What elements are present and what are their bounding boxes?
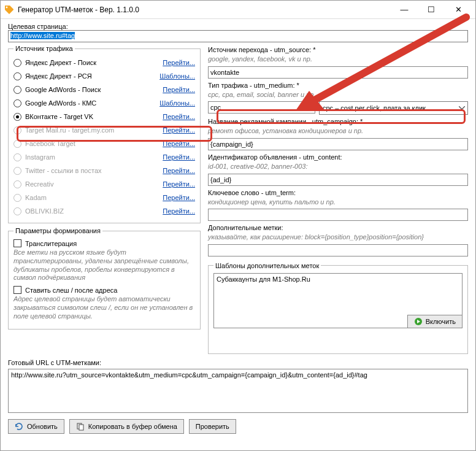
source-radio[interactable] bbox=[13, 86, 21, 94]
source-action-link[interactable]: Шаблоны... bbox=[159, 72, 195, 80]
source-radio[interactable] bbox=[13, 99, 21, 107]
source-label-text: Recreativ bbox=[25, 180, 53, 188]
minimize-button[interactable]: — bbox=[391, 1, 418, 18]
source-option: Recreativ bbox=[13, 180, 163, 188]
source-option: Kadam bbox=[13, 194, 163, 202]
source-label-text: Яндекс Директ - РСЯ bbox=[25, 72, 92, 80]
sources-legend: Источник трафика bbox=[13, 45, 75, 52]
source-option[interactable]: Google AdWords - КМС bbox=[13, 99, 159, 107]
slash-label: Ставить слеш / после адреса bbox=[25, 287, 117, 294]
source-action-link[interactable]: Перейти... bbox=[163, 86, 195, 93]
source-action-link[interactable]: Перейти... bbox=[163, 153, 195, 161]
chevron-down-icon bbox=[459, 106, 465, 110]
target-label: Целевая страница: bbox=[8, 23, 68, 30]
source-action-link[interactable]: Перейти... bbox=[163, 59, 195, 66]
source-action-link[interactable]: Перейти... bbox=[163, 194, 195, 201]
source-radio bbox=[13, 126, 21, 134]
slash-checkbox[interactable] bbox=[13, 286, 21, 294]
source-label-text: Яндекс Директ - Поиск bbox=[25, 59, 96, 66]
result-output[interactable] bbox=[8, 369, 468, 413]
source-radio bbox=[13, 180, 21, 188]
source-option: Target Mail.ru - target.my.com bbox=[13, 126, 163, 134]
source-row: RecreativПерейти... bbox=[13, 177, 195, 191]
copy-icon bbox=[76, 422, 85, 431]
check-button[interactable]: Проверить bbox=[189, 419, 236, 434]
svg-point-0 bbox=[6, 6, 8, 8]
enable-template-button[interactable]: Включить bbox=[407, 315, 463, 328]
maximize-button[interactable]: ☐ bbox=[418, 1, 445, 18]
source-action-link[interactable]: Перейти... bbox=[163, 180, 195, 188]
templates-fieldset: Шаблоны дополнительных меток Субаккаунты… bbox=[208, 262, 468, 354]
target-row: Целевая страница: http://www.site.ru#tag bbox=[8, 23, 468, 42]
source-row: Google AdWords - КМСШаблоны... bbox=[13, 96, 195, 110]
copy-button[interactable]: Копировать в буфер обмена bbox=[69, 419, 184, 434]
target-input[interactable]: http://www.site.ru#tag bbox=[8, 30, 468, 42]
utm-medium-selected: cpc – cost per click, плата за клик bbox=[323, 104, 426, 112]
close-button[interactable]: ✕ bbox=[445, 1, 472, 18]
source-option[interactable]: Google AdWords - Поиск bbox=[13, 86, 163, 94]
utm-medium-label: Тип трафика - utm_medium: * bbox=[208, 82, 468, 89]
source-option[interactable]: Яндекс Директ - РСЯ bbox=[13, 72, 159, 80]
source-label-text: Kadam bbox=[25, 194, 47, 201]
source-label-text: Google AdWords - КМС bbox=[25, 99, 96, 107]
source-action-link[interactable]: Перейти... bbox=[163, 140, 195, 147]
source-action-link[interactable]: Перейти... bbox=[163, 167, 195, 174]
source-row: Facebook TargetПерейти... bbox=[13, 137, 195, 150]
source-action-link[interactable]: Перейти... bbox=[163, 126, 195, 134]
translit-hint: Все метки на русском языке будут трансли… bbox=[13, 249, 195, 282]
source-radio[interactable] bbox=[13, 72, 21, 80]
utm-medium-hint: cpc, cpa, email, social, banner и пр. bbox=[208, 91, 468, 99]
sources-fieldset: Источник трафика Яндекс Директ - ПоискПе… bbox=[8, 45, 201, 223]
source-row: ВКонтакте - Target VKПерейти... bbox=[13, 110, 195, 123]
source-action-link[interactable]: Шаблоны... bbox=[159, 99, 195, 107]
utm-medium-select[interactable]: cpc – cost per click, плата за клик bbox=[319, 101, 468, 115]
source-action-link[interactable]: Перейти... bbox=[163, 207, 195, 215]
source-option: Instagram bbox=[13, 153, 163, 161]
source-row: Яндекс Директ - ПоискПерейти... bbox=[13, 56, 195, 69]
titlebar: Генератор UTM-меток - Вер. 1.1.0.0 — ☐ ✕ bbox=[1, 1, 475, 19]
app-window: Генератор UTM-меток - Вер. 1.1.0.0 — ☐ ✕… bbox=[0, 0, 476, 451]
source-label-text: Facebook Target bbox=[25, 140, 75, 147]
utm-source-hint: google, yandex, facebook, vk и пр. bbox=[208, 55, 468, 63]
utm-campaign-label: Название рекламной кампании - utm_campai… bbox=[208, 118, 468, 125]
utm-content-input[interactable] bbox=[208, 174, 468, 186]
source-option: Twitter - ссылки в постах bbox=[13, 167, 163, 175]
utm-extra-input[interactable] bbox=[208, 244, 468, 256]
source-action-link[interactable]: Перейти... bbox=[163, 113, 195, 120]
translit-checkbox[interactable] bbox=[13, 239, 21, 247]
template-item[interactable]: Субаккаунты для M1-Shop.Ru bbox=[217, 276, 459, 283]
source-option[interactable]: Яндекс Директ - Поиск bbox=[13, 59, 163, 67]
source-label-text: OBLIVKI.BIZ bbox=[25, 207, 64, 215]
source-radio bbox=[13, 140, 21, 148]
utm-extra-label: Дополнительные метки: bbox=[208, 224, 468, 231]
svg-rect-3 bbox=[79, 425, 83, 430]
source-label-text: ВКонтакте - Target VK bbox=[25, 113, 93, 120]
source-option: Facebook Target bbox=[13, 140, 163, 148]
utm-campaign-input[interactable] bbox=[208, 138, 468, 150]
source-radio[interactable] bbox=[13, 113, 21, 121]
utm-content-label: Идентификатор объявления - utm_content: bbox=[208, 153, 468, 161]
utm-content-hint: id-001, creative-002, banner-003: bbox=[208, 163, 468, 171]
params-fieldset: Параметры формирования Транслитерация Вс… bbox=[8, 227, 201, 330]
templates-legend: Шаблоны дополнительных меток bbox=[213, 262, 321, 269]
source-radio bbox=[13, 194, 21, 202]
app-icon bbox=[4, 5, 14, 15]
utm-source-label: Источник перехода - utm_source: * bbox=[208, 46, 468, 53]
utm-term-input[interactable] bbox=[208, 209, 468, 221]
utm-campaign-hint: ремонт офисов, установка кондиционеров и… bbox=[208, 127, 468, 135]
refresh-button[interactable]: Обновить bbox=[8, 419, 64, 434]
source-label-text: Google AdWords - Поиск bbox=[25, 86, 101, 93]
utm-source-input[interactable] bbox=[208, 66, 468, 79]
source-label-text: Target Mail.ru - target.my.com bbox=[25, 126, 114, 134]
utm-term-hint: кондиционер цена, купить пальто и пр. bbox=[208, 198, 468, 206]
utm-term-label: Ключевое слово - utm_term: bbox=[208, 189, 468, 196]
source-radio bbox=[13, 167, 21, 175]
utm-medium-input[interactable] bbox=[208, 101, 315, 114]
source-row: Target Mail.ru - target.my.comПерейти... bbox=[13, 123, 195, 137]
params-legend: Параметры формирования bbox=[13, 227, 102, 234]
source-row: Google AdWords - ПоискПерейти... bbox=[13, 83, 195, 96]
source-row: Яндекс Директ - РСЯШаблоны... bbox=[13, 69, 195, 83]
window-title: Генератор UTM-меток - Вер. 1.1.0.0 bbox=[18, 6, 391, 14]
source-option[interactable]: ВКонтакте - Target VK bbox=[13, 113, 163, 121]
source-radio[interactable] bbox=[13, 59, 21, 67]
